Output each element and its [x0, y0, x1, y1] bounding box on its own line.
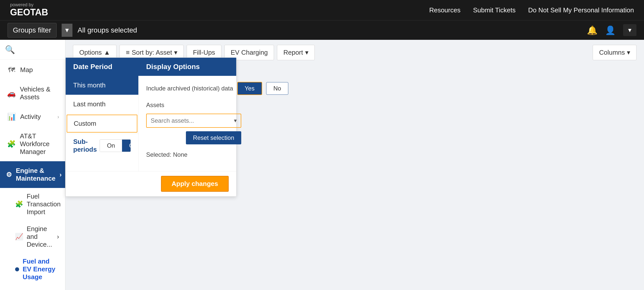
all-groups-text: All groups selected [77, 26, 137, 34]
sidebar-label-map: Map [20, 66, 33, 74]
options-label: Options [79, 49, 102, 56]
sub-periods-label: Sub-periods [73, 138, 100, 153]
fuel-ev-dot [15, 267, 19, 271]
sidebar: 🔍 🗺 Map 🚗 Vehicles & Assets 📊 Activity ›… [0, 40, 65, 290]
sort-arrow-icon: ▾ [174, 49, 177, 56]
sidebar-label-engine: Engine & Maintenance [16, 167, 56, 182]
options-arrow-icon: ▲ [104, 49, 110, 56]
sidebar-search-area: 🔍 [0, 40, 65, 60]
bell-icon[interactable]: 🔔 [587, 25, 597, 35]
sidebar-item-vehicles[interactable]: 🚗 Vehicles & Assets [0, 80, 65, 107]
sidebar-item-engine[interactable]: ⚙ Engine & Maintenance › [0, 161, 65, 188]
sidebar-item-engine-device[interactable]: 📈 Engine and Device... › [0, 220, 65, 253]
fuel-import-icon: 🧩 [15, 200, 23, 208]
assets-search-input[interactable] [147, 114, 230, 127]
sort-label: Sort by: Asset [132, 49, 172, 56]
reset-selection-button[interactable]: Reset selection [186, 131, 241, 144]
sidebar-item-activity[interactable]: 📊 Activity › [0, 107, 65, 127]
do-not-sell-link[interactable]: Do Not Sell My Personal Information [528, 6, 634, 14]
sidebar-item-fuel-ev[interactable]: Fuel and EV Energy Usage [0, 253, 65, 285]
report-arrow-icon: ▾ [305, 49, 308, 56]
user-name: ▾ [628, 26, 631, 34]
user-profile-menu[interactable]: ▾ [623, 24, 636, 36]
last-month-option[interactable]: Last month [66, 95, 138, 114]
assets-row: Assets ▾ Reset selection Selected: None [146, 102, 241, 158]
sidebar-label-fuel-ev: Fuel and EV Energy Usage [23, 257, 59, 281]
sidebar-label-fuel-import: Fuel Transaction Import [27, 192, 61, 216]
columns-arrow-icon: ▾ [627, 49, 630, 56]
display-options-panel: Include archived (historical) data Yes N… [139, 76, 249, 171]
workforce-icon: 🧩 [7, 140, 16, 149]
groups-filter-label: Groups filter [13, 26, 51, 34]
custom-option[interactable]: Custom [67, 115, 137, 133]
apply-row: Apply changes [66, 171, 236, 196]
archived-row: Include archived (historical) data Yes N… [146, 82, 241, 95]
apply-changes-button[interactable]: Apply changes [161, 176, 229, 192]
yes-button[interactable]: Yes [237, 82, 262, 95]
report-label: Report [283, 49, 303, 56]
options-dropdown-panel: Date Period Display Options This month L… [65, 57, 236, 197]
assets-dropdown-arrow-icon[interactable]: ▾ [230, 115, 241, 126]
columns-label: Columns [599, 49, 625, 56]
vehicles-icon: 🚗 [7, 89, 16, 98]
groups-filter-dropdown-btn[interactable]: ▼ [62, 24, 73, 37]
main-layout: 🔍 🗺 Map 🚗 Vehicles & Assets 📊 Activity ›… [0, 40, 644, 290]
sort-icon: ≡ [126, 49, 130, 56]
engine-device-chevron-icon: › [57, 233, 59, 241]
archived-label: Include archived (historical) data [146, 85, 233, 92]
groups-bar: Groups filter ▼ All groups selected 🔔 👤 … [0, 20, 644, 40]
powered-by-text: powered by GEOTAB [10, 3, 48, 18]
sidebar-item-workforce[interactable]: 🧩 AT&T Workforce Manager [0, 127, 65, 161]
date-period-header: Date Period [66, 58, 139, 76]
top-nav-links: Resources Submit Tickets Do Not Sell My … [429, 6, 634, 14]
assets-search-container: ▾ [146, 114, 241, 128]
display-options-header: Display Options [139, 58, 236, 76]
sidebar-item-map[interactable]: 🗺 Map [0, 60, 65, 80]
engine-icon: ⚙ [6, 171, 12, 179]
sidebar-label-activity: Activity [20, 113, 41, 121]
fillups-label: Fill-Ups [193, 49, 215, 56]
sidebar-item-asset-inspection[interactable]: Asset Inspection [0, 285, 65, 290]
activity-chevron-icon: › [57, 114, 59, 120]
ev-charging-label: EV Charging [231, 49, 268, 56]
sub-periods-row: Sub-periods On Off [66, 134, 138, 157]
report-button[interactable]: Report ▾ [277, 45, 314, 60]
sidebar-item-fuel-import[interactable]: 🧩 Fuel Transaction Import [0, 188, 65, 220]
toggle-on-button[interactable]: On [100, 140, 122, 152]
groups-filter-button[interactable]: Groups filter [8, 23, 57, 38]
engine-chevron-icon: › [60, 171, 62, 179]
toggle-off-button[interactable]: Off [122, 140, 131, 152]
sidebar-label-workforce: AT&T Workforce Manager [20, 132, 59, 156]
date-options-panel: This month Last month Custom Sub-periods… [66, 76, 139, 171]
no-button[interactable]: No [266, 82, 289, 95]
selected-text: Selected: None [146, 151, 187, 158]
columns-button[interactable]: Columns ▾ [593, 45, 636, 60]
logo-area: powered by GEOTAB [10, 3, 48, 18]
map-icon: 🗺 [7, 65, 16, 74]
sidebar-label-vehicles: Vehicles & Assets [20, 85, 59, 101]
engine-device-icon: 📈 [15, 233, 23, 241]
geotab-logo: powered by GEOTAB [10, 3, 48, 18]
sidebar-label-engine-device: Engine and Device... [27, 225, 53, 248]
dropdown-body: This month Last month Custom Sub-periods… [66, 76, 236, 171]
top-nav: powered by GEOTAB Resources Submit Ticke… [0, 0, 644, 20]
sub-periods-toggle: On Off [100, 139, 131, 152]
activity-icon: 📊 [7, 112, 16, 121]
search-icon[interactable]: 🔍 [5, 45, 15, 54]
top-right-icons: 🔔 👤 ▾ [587, 24, 636, 36]
assets-label: Assets [146, 102, 164, 109]
user-icon[interactable]: 👤 [605, 25, 616, 35]
resources-link[interactable]: Resources [429, 6, 460, 14]
content-area: Options ▲ ≡ Sort by: Asset ▾ Fill-Ups EV… [65, 40, 644, 290]
this-month-option[interactable]: This month [66, 76, 138, 95]
submit-tickets-link[interactable]: Submit Tickets [473, 6, 515, 14]
dropdown-header: Date Period Display Options [66, 58, 236, 76]
